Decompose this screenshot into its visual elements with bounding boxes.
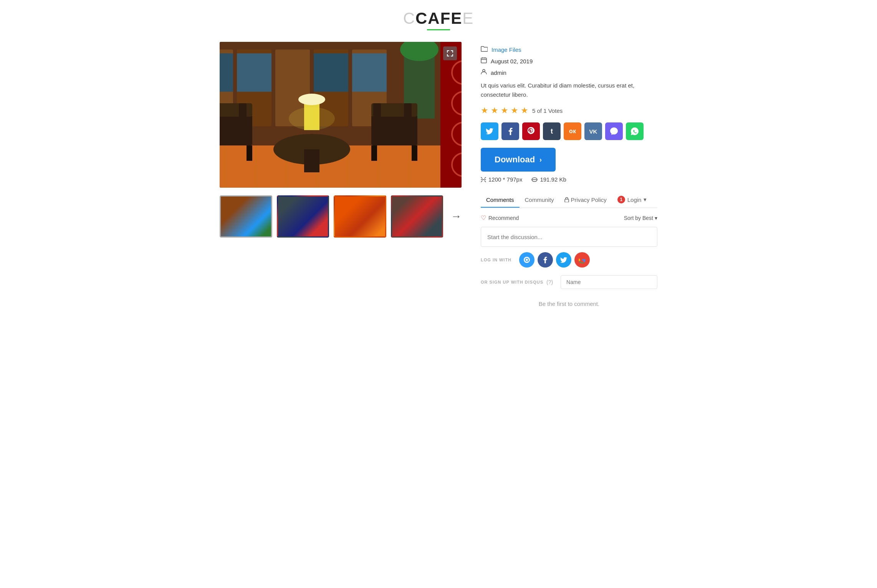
user-icon [481,69,487,76]
heart-icon: ♡ [481,214,486,221]
tab-privacy-policy[interactable]: Privacy Policy [559,193,612,208]
privacy-policy-label: Privacy Policy [571,197,606,203]
svg-point-44 [483,69,485,72]
star-1[interactable]: ★ [481,106,488,116]
thumbnail-4[interactable] [391,195,443,238]
download-arrow-icon: › [539,156,542,164]
signup-help-icon[interactable]: (?) [546,279,553,285]
dimensions-value: 1200 * 797px [488,176,522,183]
svg-rect-29 [239,103,247,138]
svg-rect-35 [404,103,412,138]
main-image-wrap [220,42,462,188]
votes-label: 5 of 1 Votes [532,107,563,114]
login-dropdown-icon: ▾ [644,196,647,203]
social-tumblr-button[interactable]: t [543,122,561,140]
svg-rect-11 [440,42,462,188]
dimensions-icon [481,177,486,182]
author-row: admin [481,69,657,76]
svg-rect-46 [565,199,569,202]
title-faded-right: E [462,9,474,27]
filesize-info: 191.92 Kb [531,176,566,183]
disqus-social-buttons [519,252,590,268]
svg-rect-10 [352,53,387,92]
star-2[interactable]: ★ [491,106,498,116]
star-4[interactable]: ★ [511,106,518,116]
left-column: → [220,42,462,307]
calendar-icon [481,57,487,65]
site-header: CCAFEE [0,0,877,34]
thumbnail-2[interactable] [277,195,329,238]
or-signup-section: OR SIGN UP WITH DISQUS (?) [481,279,553,285]
dimensions-info: 1200 * 797px [481,176,522,183]
main-container: → Image Files August 02, 2019 [208,34,669,315]
svg-rect-7 [220,53,233,92]
svg-rect-36 [371,145,377,161]
sort-label: Sort by Best [624,215,653,221]
social-twitter-button[interactable] [481,122,498,140]
twitter-login-button[interactable] [556,252,571,268]
login-section: LOG IN WITH OR SIGN UP WITH DISQUS (?) [481,252,657,289]
discussion-input[interactable] [481,227,657,247]
recommend-label: Recommend [488,215,519,221]
date-value: August 02, 2019 [491,58,533,64]
tab-login[interactable]: 1 Login ▾ [612,192,652,208]
comments-toolbar: ♡ Recommend Sort by Best ▾ [481,214,657,221]
description-text: Ut quis varius elit. Curabitur id diam m… [481,81,657,99]
sort-dropdown-icon: ▾ [655,215,657,221]
svg-rect-39 [304,149,319,172]
thumbnails-row: → [220,195,462,238]
category-link[interactable]: Image Files [491,46,521,53]
log-in-label: LOG IN WITH [481,258,511,262]
comments-tabs: Comments Community Privacy Policy 1 Logi… [481,192,657,208]
date-row: August 02, 2019 [481,57,657,65]
main-image [220,42,462,188]
filesize-value: 191.92 Kb [540,176,566,183]
svg-rect-31 [247,145,252,161]
svg-rect-27 [220,103,252,117]
name-input[interactable] [561,275,657,289]
author-value: admin [491,69,506,76]
thumbnail-1[interactable] [220,195,272,238]
file-info-row: 1200 * 797px 191.92 Kb [481,176,657,183]
star-3[interactable]: ★ [501,106,508,116]
social-viber-button[interactable] [605,122,623,140]
download-label: Download [495,155,535,165]
filesize-icon [531,177,538,182]
site-title: CCAFEE [403,9,474,28]
svg-rect-8 [237,53,271,92]
svg-rect-37 [412,145,417,161]
svg-point-42 [289,107,335,130]
folder-icon [481,46,488,53]
tab-community[interactable]: Community [520,193,559,208]
or-signup-label: OR SIGN UP WITH DISQUS [481,280,543,284]
login-badge: 1 [617,196,625,203]
first-comment-text: Be the first to comment. [481,301,657,307]
social-pinterest-button[interactable] [522,122,540,140]
thumbnail-3[interactable] [334,195,386,238]
title-faded-left: C [403,9,415,27]
disqus-icon [523,256,530,263]
sort-button[interactable]: Sort by Best ▾ [624,215,657,221]
social-ok-button[interactable]: ок [564,122,581,140]
google-login-button[interactable] [574,252,590,268]
thumbnails-next-arrow[interactable]: → [451,210,462,223]
social-buttons-row: t ок VK [481,122,657,140]
header-underline [427,29,450,30]
disqus-login-button[interactable] [519,252,534,268]
social-whatsapp-button[interactable] [626,122,644,140]
social-vk-button[interactable]: VK [584,122,602,140]
recommend-button[interactable]: ♡ Recommend [481,214,519,221]
svg-rect-9 [314,53,348,92]
category-row: Image Files [481,46,657,53]
svg-rect-26 [220,115,252,145]
svg-rect-43 [481,58,486,63]
tab-comments[interactable]: Comments [481,193,520,208]
download-button[interactable]: Download › [481,148,556,172]
expand-button[interactable] [443,46,457,60]
social-facebook-button[interactable] [501,122,519,140]
rating-row: ★ ★ ★ ★ ★ 5 of 1 Votes [481,106,657,116]
right-column: Image Files August 02, 2019 admin [481,42,657,307]
facebook-login-button[interactable] [538,252,553,268]
star-5[interactable]: ★ [521,106,528,116]
svg-point-47 [524,257,530,263]
